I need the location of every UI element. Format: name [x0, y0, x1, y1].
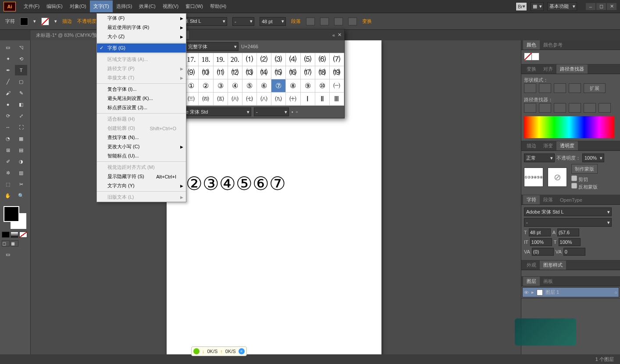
maximize-button[interactable]: ◻ [596, 3, 606, 10]
tab-transparency[interactable]: 透明度 [556, 141, 578, 150]
fill-swatch[interactable] [20, 18, 28, 25]
tab-layers[interactable]: 图层 [523, 277, 540, 286]
tab-gradient[interactable]: 渐变 [540, 141, 556, 150]
tab-stroke[interactable]: 描边 [523, 141, 540, 150]
char-font-family[interactable]: Adobe 宋体 Std L [524, 207, 612, 216]
glyph-cell[interactable]: ㈩ [286, 93, 300, 106]
canvas-text[interactable]: ①②③④⑤⑥⑦ [167, 173, 381, 194]
magic-wand-tool[interactable]: ✦ [2, 54, 14, 64]
close-button[interactable]: ✕ [607, 3, 616, 10]
glyph-cell[interactable]: ⑴ [242, 53, 257, 66]
menu-文件[interactable]: 文件(F) [20, 0, 43, 12]
glyph-cell[interactable]: 17. [184, 53, 199, 66]
color-spectrum[interactable] [524, 116, 614, 138]
line-tool[interactable]: ╱ [2, 76, 14, 87]
glyph-cell[interactable]: ㈢ [184, 93, 199, 106]
graph-tool[interactable]: ▥ [15, 168, 27, 178]
clip-checkbox[interactable] [571, 175, 577, 181]
document-tab[interactable]: 未标题-1* @ 83% (CMYK/预 [31, 30, 102, 40]
divide-button[interactable] [524, 103, 536, 113]
menu-item[interactable]: 避头尾法则设置 (K)... [97, 94, 186, 103]
type-tool[interactable]: T [15, 65, 27, 75]
network-status-widget[interactable]: ↓0K/S ↑0K/S e [191, 346, 247, 356]
color-mode-solid[interactable] [2, 232, 10, 238]
glyph-cell[interactable]: ⑶ [271, 53, 286, 66]
tab-color[interactable]: 颜色 [523, 40, 540, 50]
menu-item[interactable]: 查找字体 (N)... [97, 133, 186, 142]
outline-button[interactable] [584, 103, 596, 113]
rotate-tool[interactable]: ⟳ [2, 111, 14, 121]
opacity-field[interactable]: 100% [582, 153, 604, 162]
opacity-link[interactable]: 不透明度 [77, 18, 96, 25]
blend-mode-select[interactable]: 正常 [524, 153, 555, 162]
merge-button[interactable] [554, 103, 566, 113]
menu-效果[interactable]: 效果(C) [135, 0, 159, 12]
glyph-cell[interactable]: ⑺ [330, 53, 344, 66]
screen-mode-full[interactable]: ◼ [11, 240, 18, 246]
exclude-button[interactable] [569, 83, 581, 93]
glyph-cell[interactable]: ㈣ [199, 93, 213, 106]
glyphs-close-icon[interactable]: ✕ [338, 32, 342, 38]
glyph-cell[interactable]: ⑷ [286, 53, 300, 66]
glyph-cell[interactable]: ⑵ [257, 53, 271, 66]
transform-link[interactable]: 变换 [362, 18, 372, 25]
shape-builder-tool[interactable]: ◔ [2, 133, 14, 144]
symbol-sprayer-tool[interactable]: ✲ [2, 168, 14, 178]
glyph-cell[interactable]: ㈤ [214, 93, 228, 106]
hand-tool[interactable]: ✋ [2, 190, 14, 201]
unite-button[interactable] [524, 83, 536, 93]
glyph-cell[interactable]: ④ [228, 79, 242, 93]
stroke-swatch[interactable] [41, 18, 49, 25]
paintbrush-tool[interactable]: 🖌 [2, 88, 14, 98]
pen-tool[interactable]: ✒ [2, 65, 14, 75]
char-vscale-input[interactable] [530, 238, 552, 246]
glyph-cell[interactable]: ⑤ [242, 79, 257, 93]
char-kerning-input[interactable] [532, 248, 554, 256]
workspace-switcher[interactable]: 基本功能 [547, 2, 577, 11]
menu-item[interactable]: 显示隐藏字符 (S)Alt+Ctrl+I [97, 172, 186, 181]
lasso-tool[interactable]: ⟲ [15, 54, 27, 64]
menu-item[interactable]: ✓字形 (G) [97, 43, 186, 53]
stroke-link[interactable]: 描边 [62, 18, 72, 25]
gradient-tool[interactable]: ▤ [15, 145, 27, 155]
menu-文字[interactable]: 文字(T) [90, 0, 113, 12]
glyph-cell[interactable]: ㈦ [242, 93, 257, 106]
menu-帮助[interactable]: 帮助(H) [207, 0, 230, 12]
pencil-tool[interactable]: ✎ [15, 88, 27, 98]
char-leading-input[interactable] [557, 228, 579, 236]
glyph-style-select[interactable]: - [254, 107, 289, 116]
menu-视图[interactable]: 视图(V) [159, 0, 182, 12]
menu-item[interactable]: 智能标点 (U)... [97, 151, 186, 161]
menu-item[interactable]: 复合字体 (I)... [97, 85, 186, 94]
glyph-cell[interactable]: ⑽ [199, 66, 213, 79]
glyph-cell[interactable]: ⑹ [315, 53, 330, 66]
glyph-zoom-in[interactable]: ▫ [296, 109, 298, 114]
glyph-cell[interactable]: ⒆ [330, 66, 344, 79]
glyphs-collapse-icon[interactable]: « [332, 32, 335, 38]
char-hscale-input[interactable] [559, 238, 581, 246]
char-font-style[interactable]: - [524, 218, 612, 227]
glyph-cell[interactable]: Ⅲ [330, 93, 344, 106]
glyph-cell[interactable]: 20. [228, 53, 242, 66]
minus-back-button[interactable] [599, 103, 611, 113]
glyph-cell[interactable]: ⑼ [184, 66, 199, 79]
glyph-cell[interactable]: ⒀ [242, 66, 257, 79]
tab-align[interactable]: 对齐 [540, 64, 556, 74]
width-tool[interactable]: ↔ [2, 122, 14, 132]
font-size[interactable]: 48 pt [260, 17, 286, 26]
glyph-cell[interactable]: ⑿ [228, 66, 242, 79]
glyph-cell[interactable]: ㈧ [257, 93, 271, 106]
glyph-cell[interactable]: Ⅰ [301, 93, 315, 106]
zoom-tool[interactable]: 🔍 [15, 190, 27, 201]
blend-tool[interactable]: ◑ [15, 156, 27, 167]
tab-appearance[interactable]: 外观 [523, 261, 540, 270]
glyph-cell[interactable]: Ⅱ [315, 93, 330, 106]
color-none-swatch[interactable] [524, 53, 532, 61]
color-swatch[interactable] [531, 53, 539, 61]
color-mode-gradient[interactable] [11, 232, 18, 238]
free-transform-tool[interactable]: ⛶ [15, 122, 27, 132]
crop-button[interactable] [569, 103, 581, 113]
tab-color-guide[interactable]: 颜色参考 [540, 40, 566, 50]
scale-tool[interactable]: ⤢ [15, 111, 27, 121]
menu-item[interactable]: 文字方向 (Y)▶ [97, 181, 186, 190]
